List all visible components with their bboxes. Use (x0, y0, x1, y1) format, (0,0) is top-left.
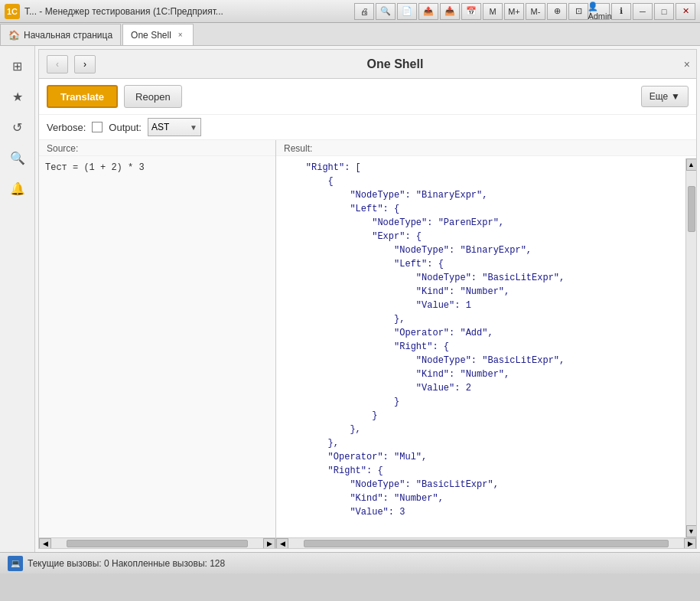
status-icon: 💻 (8, 556, 23, 571)
scroll-left-arrow[interactable]: ◀ (39, 538, 51, 549)
mplus-btn[interactable]: M+ (504, 3, 524, 20)
tab-home[interactable]: 🏠 Начальная страница (0, 24, 121, 45)
source-editor[interactable] (39, 156, 275, 537)
split-btn[interactable]: ⊡ (568, 3, 588, 20)
content-area: ‹ › One Shell × Translate Reopen Еще ▼ (35, 46, 700, 552)
zoom-btn[interactable]: ⊕ (547, 3, 567, 20)
m-btn[interactable]: M (483, 3, 503, 20)
preview-btn[interactable]: 🔍 (376, 3, 396, 20)
result-scrollbar-vertical: ▲ ▼ (685, 158, 696, 537)
tab-oneshell-label: One Shell (131, 30, 171, 41)
result-panel: Result: "Right": [ { "NodeType": "Binary… (276, 140, 696, 548)
user-btn[interactable]: 👤 Admin (590, 3, 610, 20)
home-icon: 🏠 (8, 30, 20, 41)
panel-header: ‹ › One Shell × (39, 50, 696, 79)
forward-button[interactable]: › (74, 55, 96, 73)
sidebar-icon-history[interactable]: ↺ (4, 113, 31, 141)
tab-oneshell[interactable]: One Shell × (122, 24, 194, 45)
status-text: Текущие вызовы: 0 Накопленные вызовы: 12… (28, 558, 225, 569)
title-bar: 1C T... - Менеджер тестирования (1С:Пред… (0, 0, 700, 23)
editors-row: Source: ◀ ▶ Result: "Right": [ { "NodeTy… (39, 140, 696, 548)
options-row: Verbose: Output: AST ▼ (39, 115, 696, 140)
info-btn[interactable]: ℹ (611, 3, 631, 20)
tab-close-icon[interactable]: × (176, 30, 185, 40)
result-scroll-right[interactable]: ▶ (684, 538, 696, 549)
translate-button[interactable]: Translate (47, 85, 118, 108)
panel-close-button[interactable]: × (684, 58, 690, 70)
window-controls: 🖨 🔍 📄 📤 📥 📅 M M+ M- ⊕ ⊡ 👤 Admin ℹ ─ □ ✕ (354, 3, 695, 20)
panel-title: One Shell (102, 57, 689, 71)
app-icon: 1C (5, 4, 20, 19)
sidebar-icon-grid[interactable]: ⊞ (4, 52, 31, 80)
back-button[interactable]: ‹ (47, 55, 68, 73)
tab-home-label: Начальная страница (24, 30, 112, 41)
output-dropdown-icon: ▼ (190, 123, 197, 132)
more-button[interactable]: Еще ▼ (641, 86, 689, 107)
title-text: T... - Менеджер тестирования (1С:Предпри… (24, 6, 350, 17)
reopen-button[interactable]: Reopen (124, 85, 182, 108)
scroll-down-arrow[interactable]: ▼ (686, 525, 697, 537)
restore-btn[interactable]: □ (654, 3, 674, 20)
output-select-value: AST (151, 122, 187, 132)
scroll-up-arrow[interactable]: ▲ (686, 158, 697, 171)
oneshell-panel: ‹ › One Shell × Translate Reopen Еще ▼ (38, 49, 697, 549)
main-container: ⊞ ★ ↺ 🔍 🔔 ‹ › One Shell × Translate Reop… (0, 46, 700, 552)
scroll-h-thumb[interactable] (67, 540, 248, 547)
forward-icon: › (83, 59, 86, 70)
result-content: "Right": [ { "NodeType": "BinaryExpr", "… (276, 156, 696, 537)
source-label: Source: (39, 140, 275, 156)
doc-btn[interactable]: 📄 (397, 3, 417, 20)
result-scroll-left[interactable]: ◀ (276, 538, 288, 549)
controls-row: Translate Reopen Еще ▼ (39, 79, 696, 115)
result-scrollbar-horizontal: ◀ ▶ (276, 537, 696, 548)
verbose-label: Verbose: (47, 122, 86, 133)
scroll-v-thumb[interactable] (688, 186, 695, 232)
result-label: Result: (276, 140, 696, 156)
close-btn[interactable]: ✕ (676, 3, 695, 20)
print-btn[interactable]: 🖨 (354, 3, 374, 20)
back-icon: ‹ (56, 59, 59, 70)
result-scroll-h-thumb[interactable] (304, 540, 669, 547)
source-panel: Source: ◀ ▶ (39, 140, 276, 548)
sidebar: ⊞ ★ ↺ 🔍 🔔 (0, 46, 35, 552)
receive-btn[interactable]: 📥 (440, 3, 460, 20)
send-btn[interactable]: 📤 (418, 3, 438, 20)
status-bar: 💻 Текущие вызовы: 0 Накопленные вызовы: … (0, 552, 700, 573)
verbose-checkbox[interactable] (92, 122, 103, 132)
calendar-btn[interactable]: 📅 (461, 3, 481, 20)
minimize-btn[interactable]: ─ (633, 3, 653, 20)
sidebar-icon-search[interactable]: 🔍 (4, 144, 31, 171)
mminus-btn[interactable]: M- (526, 3, 545, 20)
sidebar-icon-star[interactable]: ★ (4, 83, 31, 110)
scroll-right-arrow[interactable]: ▶ (263, 538, 275, 549)
tab-bar: 🏠 Начальная страница One Shell × (0, 23, 700, 46)
output-select[interactable]: AST ▼ (148, 118, 201, 136)
source-scrollbar: ◀ ▶ (39, 537, 275, 548)
more-chevron-icon: ▼ (671, 91, 680, 102)
output-label: Output: (109, 122, 142, 133)
sidebar-icon-bell[interactable]: 🔔 (4, 175, 31, 202)
more-label: Еще (650, 91, 668, 102)
